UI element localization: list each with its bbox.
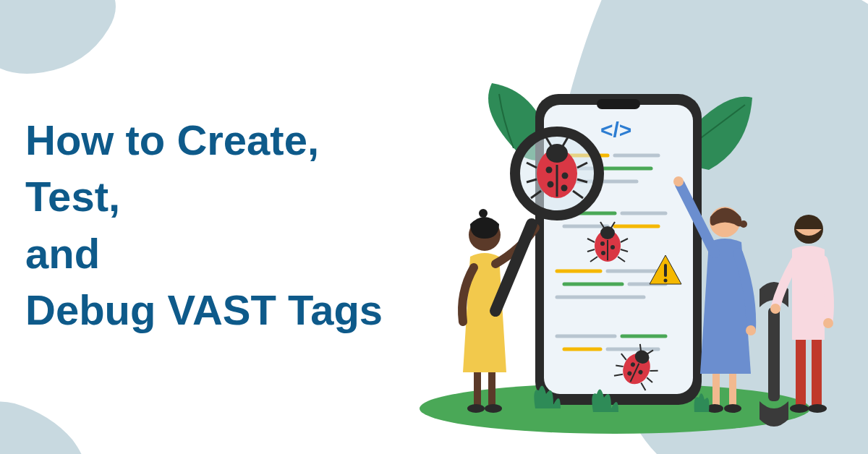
svg-point-64	[548, 181, 554, 188]
svg-point-22	[600, 226, 615, 239]
svg-point-50	[664, 279, 668, 283]
decorative-blob-bottom-left	[0, 389, 94, 454]
svg-point-86	[808, 404, 827, 413]
svg-point-24	[600, 241, 605, 246]
svg-point-54	[485, 404, 502, 413]
svg-point-81	[740, 220, 747, 228]
svg-point-56	[479, 209, 488, 218]
svg-point-78	[673, 176, 684, 187]
svg-rect-84	[812, 336, 822, 405]
code-symbol-icon: </>	[600, 118, 631, 142]
svg-rect-2	[597, 99, 640, 109]
svg-point-25	[610, 245, 615, 249]
title-line-2: Test,	[25, 168, 383, 225]
svg-rect-82	[768, 307, 780, 401]
decorative-blob-top-left	[0, 0, 145, 101]
svg-point-77	[724, 404, 741, 413]
svg-point-60	[546, 144, 568, 163]
title-line-1: How to Create,	[25, 112, 383, 168]
svg-point-79	[746, 325, 756, 335]
svg-point-65	[561, 185, 568, 192]
svg-point-63	[562, 173, 569, 179]
title-line-3: and	[25, 226, 383, 282]
title-line-4: Debug VAST Tags	[25, 282, 383, 338]
page-title: How to Create, Test, and Debug VAST Tags	[25, 112, 383, 338]
svg-line-57	[495, 224, 532, 311]
person-wrench	[770, 215, 833, 413]
svg-point-88	[823, 318, 833, 328]
svg-point-85	[790, 404, 809, 413]
svg-point-62	[546, 167, 553, 174]
debug-illustration: </>	[391, 69, 839, 437]
svg-rect-83	[796, 336, 806, 405]
svg-point-87	[770, 304, 780, 314]
svg-point-26	[601, 251, 605, 255]
svg-point-53	[467, 404, 485, 413]
